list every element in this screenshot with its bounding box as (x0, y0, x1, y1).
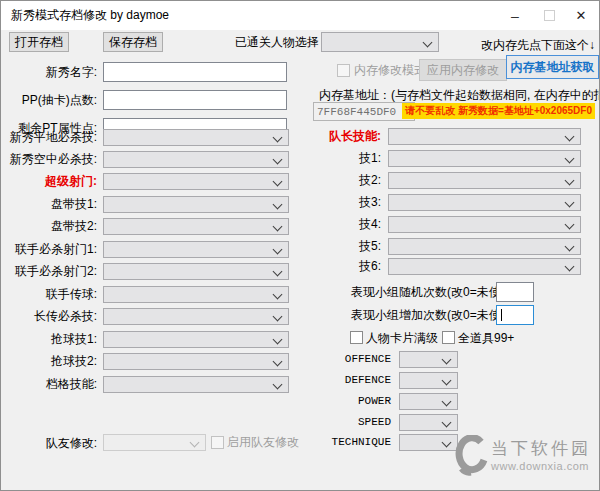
label-ground-special: 新秀平地必杀技: (1, 129, 97, 146)
label-long-pass-special: 长传必杀技: (1, 308, 97, 325)
combo-long-pass-special[interactable] (103, 308, 289, 325)
label-skill-2: 技2: (281, 172, 381, 189)
combo-speed[interactable] (399, 414, 458, 431)
maximize-icon (544, 10, 555, 21)
memory-mode-label: 内存修改模式 (354, 62, 426, 79)
teammate-select (103, 434, 206, 451)
watermark-site-url: www.downxia.com (491, 460, 589, 472)
card-max-label: 人物卡片满级 (366, 330, 438, 347)
label-super-shot: 超级射门: (1, 173, 97, 190)
chevron-down-icon (190, 438, 200, 448)
combo-skill-3[interactable] (388, 194, 581, 211)
watermark-logo-icon (451, 435, 491, 479)
label-speed: SPEED (286, 415, 391, 430)
label-aerial-special: 新秀空中必杀技: (1, 151, 97, 168)
cleared-character-select[interactable] (321, 32, 439, 52)
watermark-site-name: 当下软件园 (491, 437, 591, 460)
chevron-down-icon (565, 132, 575, 142)
combo-offence[interactable] (399, 351, 458, 368)
pp-points-input[interactable] (103, 90, 287, 110)
label-combo-pass: 联手传球: (1, 286, 97, 303)
items99-checkbox[interactable] (442, 331, 455, 344)
chevron-down-icon (565, 242, 575, 252)
rookie-name-label: 新秀名字: (1, 64, 97, 81)
close-button[interactable]: ✕ (565, 1, 597, 30)
pp-points-label: PP(抽卡)点数: (1, 92, 97, 109)
label-technique: TECHNIQUE (286, 435, 391, 450)
chevron-down-icon (565, 220, 575, 230)
memory-hint-text: 改内存先点下面这个↓ (481, 37, 595, 54)
label-dribble-2: 盘带技2: (1, 218, 97, 235)
chevron-down-icon (273, 312, 283, 322)
label-combo-shot-2: 联手必杀射门2: (1, 263, 97, 280)
items99-label: 全道具99+ (458, 330, 514, 347)
perf-increase-label: 表现小组增加次数(改0=未使用) (351, 307, 517, 324)
chevron-down-icon (565, 176, 575, 186)
combo-combo-pass[interactable] (103, 286, 289, 303)
combo-ground-special[interactable] (103, 129, 289, 146)
chevron-down-icon (423, 38, 433, 48)
chevron-down-icon (565, 154, 575, 164)
label-captain-skill: 队长技能: (281, 128, 381, 145)
cleared-character-label: 已通关人物选择 (235, 34, 319, 51)
combo-skill-1[interactable] (388, 150, 581, 167)
combo-power[interactable] (399, 393, 458, 410)
combo-combo-shot-1[interactable] (103, 241, 289, 258)
label-skill-5: 技5: (281, 238, 381, 255)
apply-memory-button: 应用内存修改 (419, 59, 507, 81)
text-caret (501, 309, 502, 321)
combo-technique[interactable] (399, 434, 458, 451)
label-power: POWER (286, 394, 391, 409)
chevron-down-icon (442, 397, 452, 407)
combo-defence[interactable] (399, 372, 458, 389)
app-window: 新秀模式存档修改 by daymoe – ✕ 打开存档 保存存档 已通关人物选择… (0, 0, 600, 491)
combo-dribble-2[interactable] (103, 218, 289, 235)
minimize-button[interactable]: – (499, 1, 531, 30)
combo-block-skill[interactable] (103, 376, 289, 393)
memory-mode-checkbox (337, 64, 350, 77)
label-block-skill: 档格技能: (1, 376, 97, 393)
teammate-edit-label: 队友修改: (1, 435, 97, 452)
combo-skill-6[interactable] (388, 258, 581, 275)
combo-skill-4[interactable] (388, 216, 581, 233)
label-combo-shot-1: 联手必杀射门1: (1, 241, 97, 258)
combo-skill-5[interactable] (388, 238, 581, 255)
window-title: 新秀模式存档修改 by daymoe (11, 1, 169, 30)
label-skill-4: 技4: (281, 216, 381, 233)
maximize-button (533, 1, 565, 30)
teammate-enable-label: 启用队友修改 (227, 434, 299, 451)
label-defence: DEFENCE (286, 373, 391, 388)
combo-super-shot[interactable] (103, 173, 289, 190)
teammate-enable-checkbox (211, 436, 224, 449)
label-skill-6: 技6: (281, 258, 381, 275)
combo-steal-2[interactable] (103, 353, 289, 370)
chevron-down-icon (442, 355, 452, 365)
label-steal-2: 抢球技2: (1, 353, 97, 370)
chevron-down-icon (442, 376, 452, 386)
combo-combo-shot-2[interactable] (103, 263, 289, 280)
chevron-down-icon (273, 357, 283, 367)
titlebar: 新秀模式存档修改 by daymoe – ✕ (1, 1, 599, 30)
open-save-button[interactable]: 打开存档 (9, 32, 69, 52)
perf-random-label: 表现小组随机次数(改0=未使用) (351, 284, 517, 301)
save-save-button[interactable]: 保存存档 (103, 32, 163, 52)
perf-random-input[interactable] (496, 282, 534, 302)
label-dribble-1: 盘带技1: (1, 196, 97, 213)
combo-steal-1[interactable] (103, 331, 289, 348)
combo-dribble-1[interactable] (103, 196, 289, 213)
chevron-down-icon (273, 290, 283, 300)
label-skill-3: 技3: (281, 194, 381, 211)
label-offence: OFFENCE (286, 352, 391, 367)
combo-captain-skill[interactable] (388, 128, 581, 145)
chevron-down-icon (565, 198, 575, 208)
chevron-down-icon (565, 262, 575, 272)
combo-skill-2[interactable] (388, 172, 581, 189)
rookie-name-input[interactable] (103, 62, 287, 82)
label-skill-1: 技1: (281, 150, 381, 167)
label-steal-1: 抢球技1: (1, 331, 97, 348)
combo-aerial-special[interactable] (103, 151, 289, 168)
card-max-checkbox[interactable] (350, 331, 363, 344)
chevron-down-icon (442, 438, 452, 448)
chevron-down-icon (273, 380, 283, 390)
get-base-address-button[interactable]: 内存基地址获取 (506, 55, 599, 79)
